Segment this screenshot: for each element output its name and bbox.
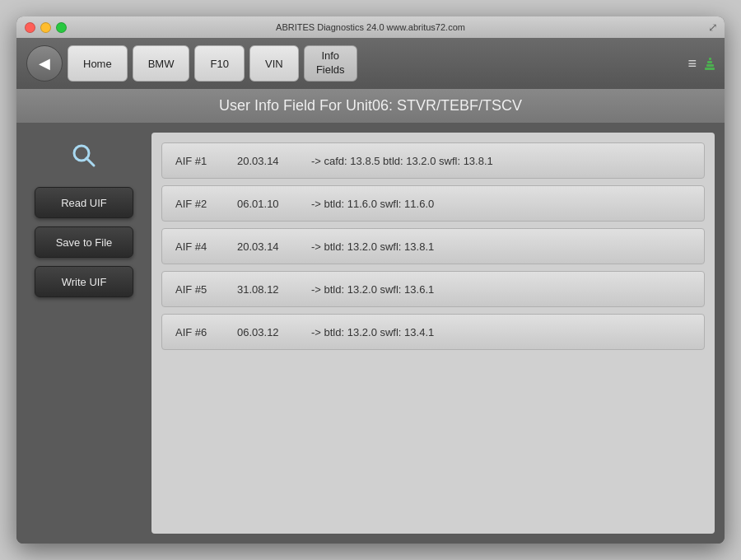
page-title-bar: User Info Field For Unit06: STVR/TEBF/TS… [16, 89, 725, 123]
aif-date: 31.08.12 [237, 283, 295, 296]
read-uif-button[interactable]: Read UIF [35, 187, 133, 218]
back-button[interactable]: ◀ [26, 45, 63, 82]
save-to-file-button[interactable]: Save to File [35, 226, 133, 258]
minimize-button[interactable] [40, 22, 51, 33]
home-button[interactable]: Home [68, 45, 128, 82]
title-bar: ABRITES Diagnostics 24.0 www.abritus72.c… [16, 16, 725, 38]
aif-value: -> btld: 11.6.0 swfl: 11.6.0 [311, 198, 434, 210]
info-fields-button[interactable]: Info Fields [304, 45, 357, 82]
back-icon: ◀ [39, 54, 50, 72]
aif-date: 20.03.14 [237, 240, 295, 253]
aif-row[interactable]: AIF #4 20.03.14 -> btld: 13.2.0 swfl: 13… [161, 228, 705, 264]
resize-icon: ⤢ [708, 21, 718, 34]
write-uif-button[interactable]: Write UIF [35, 266, 133, 297]
window-title: ABRITES Diagnostics 24.0 www.abritus72.c… [276, 22, 465, 32]
maximize-button[interactable] [56, 22, 67, 33]
f10-button[interactable]: F10 [194, 45, 244, 82]
close-button[interactable] [25, 22, 35, 33]
data-panel: AIF #1 20.03.14 -> cafd: 13.8.5 btld: 13… [151, 133, 715, 534]
aif-label: AIF #1 [175, 155, 221, 167]
aif-label: AIF #2 [175, 198, 221, 210]
aif-value: -> btld: 13.2.0 swfl: 13.8.1 [311, 240, 434, 253]
aif-row[interactable]: AIF #2 06.01.10 -> btld: 11.6.0 swfl: 11… [161, 185, 705, 222]
toolbar-icons: ≡ [687, 55, 715, 72]
aif-date: 06.03.12 [237, 326, 295, 338]
toolbar: ◀ Home BMW F10 VIN Info Fields ≡ [16, 38, 725, 89]
svg-line-1 [86, 158, 94, 166]
sidebar: Read UIF Save to File Write UIF [26, 133, 142, 534]
aif-label: AIF #6 [175, 326, 221, 338]
aif-value: -> cafd: 13.8.5 btld: 13.2.0 swfl: 13.8.… [311, 155, 493, 167]
aif-date: 06.01.10 [237, 198, 295, 210]
search-button[interactable] [69, 141, 99, 170]
aif-row[interactable]: AIF #6 06.03.12 -> btld: 13.2.0 swfl: 13… [161, 314, 705, 350]
window-controls [25, 22, 67, 33]
aif-date: 20.03.14 [237, 155, 295, 167]
vin-button[interactable]: VIN [249, 45, 299, 82]
aif-label: AIF #4 [175, 240, 221, 253]
wifi-icon[interactable] [705, 58, 715, 70]
bmw-button[interactable]: BMW [133, 45, 190, 82]
aif-label: AIF #5 [175, 283, 221, 296]
aif-value: -> btld: 13.2.0 swfl: 13.6.1 [311, 283, 434, 296]
aif-row[interactable]: AIF #1 20.03.14 -> cafd: 13.8.5 btld: 13… [161, 142, 705, 179]
aif-row[interactable]: AIF #5 31.08.12 -> btld: 13.2.0 swfl: 13… [161, 271, 705, 307]
content-area: User Info Field For Unit06: STVR/TEBF/TS… [16, 89, 725, 544]
page-title: User Info Field For Unit06: STVR/TEBF/TS… [33, 97, 708, 114]
main-layout: Read UIF Save to File Write UIF AIF #1 2… [16, 123, 725, 544]
aif-value: -> btld: 13.2.0 swfl: 13.4.1 [311, 326, 434, 338]
main-window: ABRITES Diagnostics 24.0 www.abritus72.c… [16, 16, 725, 544]
menu-icon[interactable]: ≡ [687, 55, 697, 72]
